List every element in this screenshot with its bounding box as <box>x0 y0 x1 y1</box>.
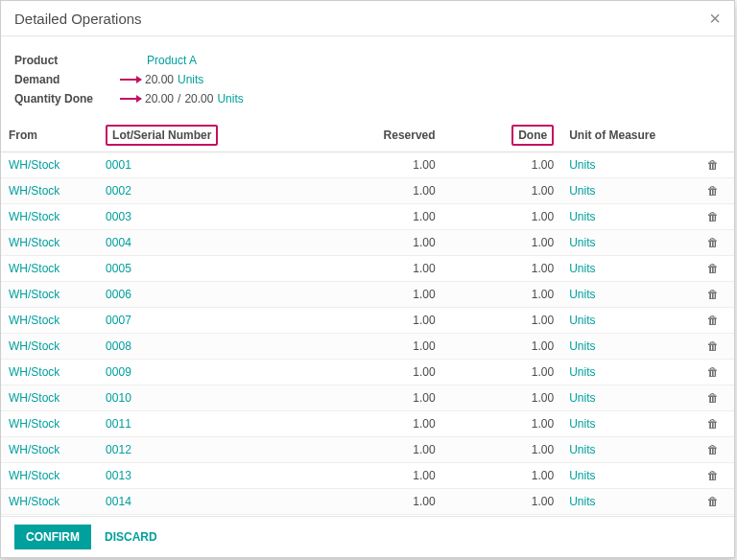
table-row[interactable]: WH/Stock00131.001.00Units🗑 <box>1 463 734 489</box>
cell-from[interactable]: WH/Stock <box>1 489 98 515</box>
cell-done[interactable]: 1.00 <box>443 204 562 230</box>
cell-lot[interactable]: 0012 <box>98 437 281 463</box>
trash-icon[interactable]: 🗑 <box>707 262 719 275</box>
trash-icon[interactable]: 🗑 <box>707 391 719 405</box>
cell-uom[interactable]: Units <box>561 204 691 230</box>
cell-delete[interactable]: 🗑 <box>691 308 734 334</box>
cell-done[interactable]: 1.00 <box>443 489 562 515</box>
trash-icon[interactable]: 🗑 <box>707 339 719 353</box>
cell-done[interactable]: 1.00 <box>443 152 562 178</box>
cell-lot[interactable]: 0010 <box>98 385 281 411</box>
cell-delete[interactable]: 🗑 <box>691 411 734 437</box>
cell-done[interactable]: 1.00 <box>443 230 562 256</box>
trash-icon[interactable]: 🗑 <box>707 210 719 223</box>
cell-delete[interactable]: 🗑 <box>691 152 734 178</box>
cell-uom[interactable]: Units <box>561 463 691 489</box>
table-row[interactable]: WH/Stock00071.001.00Units🗑 <box>1 308 734 334</box>
cell-uom[interactable]: Units <box>561 515 691 517</box>
trash-icon[interactable]: 🗑 <box>707 184 719 198</box>
trash-icon[interactable]: 🗑 <box>707 288 719 301</box>
cell-lot[interactable]: 0015 <box>98 515 281 517</box>
cell-uom[interactable]: Units <box>561 230 691 256</box>
cell-uom[interactable]: Units <box>561 308 691 334</box>
cell-done[interactable]: 1.00 <box>443 360 562 385</box>
cell-lot[interactable]: 0003 <box>98 204 281 230</box>
cell-from[interactable]: WH/Stock <box>1 256 98 282</box>
demand-unit[interactable]: Units <box>178 73 203 86</box>
cell-uom[interactable]: Units <box>561 489 691 515</box>
cell-delete[interactable]: 🗑 <box>691 360 734 385</box>
table-row[interactable]: WH/Stock00041.001.00Units🗑 <box>1 230 734 256</box>
cell-lot[interactable]: 0004 <box>98 230 281 256</box>
cell-from[interactable]: WH/Stock <box>1 334 98 360</box>
cell-done[interactable]: 1.00 <box>443 308 562 334</box>
table-row[interactable]: WH/Stock00021.001.00Units🗑 <box>1 178 734 204</box>
table-row[interactable]: WH/Stock00121.001.00Units🗑 <box>1 437 734 463</box>
cell-lot[interactable]: 0013 <box>98 463 281 489</box>
cell-from[interactable]: WH/Stock <box>1 360 98 385</box>
cell-delete[interactable]: 🗑 <box>691 282 734 308</box>
close-icon[interactable]: × <box>709 9 721 28</box>
cell-from[interactable]: WH/Stock <box>1 282 98 308</box>
cell-from[interactable]: WH/Stock <box>1 437 98 463</box>
cell-delete[interactable]: 🗑 <box>691 489 734 515</box>
trash-icon[interactable]: 🗑 <box>707 314 719 327</box>
table-row[interactable]: WH/Stock00091.001.00Units🗑 <box>1 360 734 385</box>
col-reserved-header[interactable]: Reserved <box>281 119 443 152</box>
cell-delete[interactable]: 🗑 <box>691 385 734 411</box>
cell-delete[interactable]: 🗑 <box>691 437 734 463</box>
trash-icon[interactable]: 🗑 <box>707 443 719 456</box>
cell-delete[interactable]: 🗑 <box>691 334 734 360</box>
qtydone-unit[interactable]: Units <box>217 92 243 105</box>
cell-from[interactable]: WH/Stock <box>1 152 98 178</box>
col-lot-header[interactable]: Lot/Serial Number <box>98 119 281 152</box>
table-row[interactable]: WH/Stock00151.001.00Units🗑 <box>1 515 734 517</box>
cell-uom[interactable]: Units <box>561 152 691 178</box>
cell-lot[interactable]: 0009 <box>98 360 281 385</box>
table-row[interactable]: WH/Stock00111.001.00Units🗑 <box>1 411 734 437</box>
cell-delete[interactable]: 🗑 <box>691 515 734 517</box>
cell-done[interactable]: 1.00 <box>443 256 562 282</box>
trash-icon[interactable]: 🗑 <box>707 158 719 172</box>
table-row[interactable]: WH/Stock00031.001.00Units🗑 <box>1 204 734 230</box>
cell-delete[interactable]: 🗑 <box>691 230 734 256</box>
cell-done[interactable]: 1.00 <box>443 282 562 308</box>
table-row[interactable]: WH/Stock00141.001.00Units🗑 <box>1 489 734 515</box>
cell-lot[interactable]: 0005 <box>98 256 281 282</box>
table-row[interactable]: WH/Stock00061.001.00Units🗑 <box>1 282 734 308</box>
table-row[interactable]: WH/Stock00081.001.00Units🗑 <box>1 334 734 360</box>
cell-uom[interactable]: Units <box>561 385 691 411</box>
cell-from[interactable]: WH/Stock <box>1 204 98 230</box>
cell-delete[interactable]: 🗑 <box>691 256 734 282</box>
cell-done[interactable]: 1.00 <box>443 515 562 517</box>
cell-done[interactable]: 1.00 <box>443 385 562 411</box>
cell-from[interactable]: WH/Stock <box>1 385 98 411</box>
cell-lot[interactable]: 0014 <box>98 489 281 515</box>
cell-from[interactable]: WH/Stock <box>1 308 98 334</box>
col-done-header[interactable]: Done <box>443 119 562 152</box>
cell-done[interactable]: 1.00 <box>443 178 562 204</box>
cell-uom[interactable]: Units <box>561 178 691 204</box>
trash-icon[interactable]: 🗑 <box>707 236 719 249</box>
cell-lot[interactable]: 0008 <box>98 334 281 360</box>
cell-lot[interactable]: 0007 <box>98 308 281 334</box>
cell-from[interactable]: WH/Stock <box>1 515 98 517</box>
cell-lot[interactable]: 0006 <box>98 282 281 308</box>
cell-done[interactable]: 1.00 <box>443 463 562 489</box>
col-uom-header[interactable]: Unit of Measure <box>561 119 691 152</box>
table-row[interactable]: WH/Stock00051.001.00Units🗑 <box>1 256 734 282</box>
cell-uom[interactable]: Units <box>561 437 691 463</box>
discard-button[interactable]: DISCARD <box>101 525 161 549</box>
trash-icon[interactable]: 🗑 <box>707 469 719 482</box>
cell-uom[interactable]: Units <box>561 334 691 360</box>
trash-icon[interactable]: 🗑 <box>707 495 719 508</box>
trash-icon[interactable]: 🗑 <box>707 365 719 379</box>
col-from-header[interactable]: From <box>1 119 98 152</box>
cell-done[interactable]: 1.00 <box>443 437 562 463</box>
cell-from[interactable]: WH/Stock <box>1 411 98 437</box>
cell-uom[interactable]: Units <box>561 256 691 282</box>
cell-uom[interactable]: Units <box>561 360 691 385</box>
cell-done[interactable]: 1.00 <box>443 411 562 437</box>
cell-delete[interactable]: 🗑 <box>691 204 734 230</box>
cell-done[interactable]: 1.00 <box>443 334 562 360</box>
